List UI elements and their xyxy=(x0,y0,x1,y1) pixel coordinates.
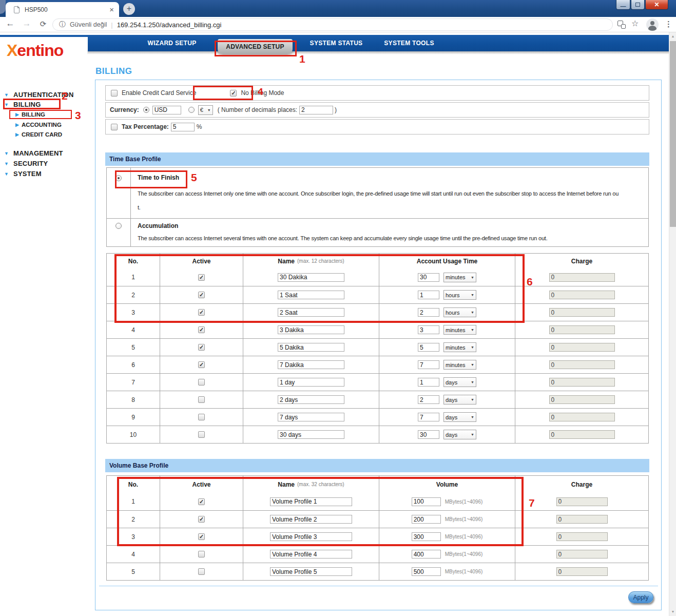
accumulation-radio[interactable] xyxy=(115,223,122,229)
nav-system-status[interactable]: SYSTEM STATUS xyxy=(310,40,363,47)
annotation-box-3 xyxy=(9,110,72,119)
charge-input[interactable] xyxy=(549,325,615,334)
new-tab-button[interactable]: + xyxy=(123,3,135,15)
site-info-icon[interactable]: ⓘ xyxy=(59,20,66,29)
annotation-box-2 xyxy=(3,99,61,109)
back-icon[interactable]: ← xyxy=(4,18,16,29)
window-close-button[interactable]: ✕ xyxy=(645,0,668,10)
enable-credit-card-label: Enable Credit Card Service xyxy=(122,89,196,97)
col-header-charge: Charge xyxy=(515,476,648,493)
active-checkbox[interactable] xyxy=(198,344,205,351)
page-scrollbar[interactable]: ▲ ▼ xyxy=(669,32,676,616)
usage-time-input[interactable] xyxy=(418,360,439,369)
profile-name-input[interactable] xyxy=(278,325,344,334)
tax-checkbox[interactable] xyxy=(111,124,118,130)
browser-tab[interactable]: HSP500 × xyxy=(6,2,119,17)
usage-unit-select[interactable]: days ▼ xyxy=(443,377,476,387)
apply-button[interactable]: Apply xyxy=(628,591,653,603)
usage-unit-select[interactable]: minutes ▼ xyxy=(443,342,476,352)
dropdown-arrow-icon: ▼ xyxy=(469,415,474,419)
active-checkbox[interactable] xyxy=(198,326,205,333)
scroll-up-icon[interactable]: ▲ xyxy=(669,32,676,41)
volume-input[interactable] xyxy=(412,567,441,576)
sidebar-item-security[interactable]: ▼ SECURITY xyxy=(4,160,48,167)
window-minimize-button[interactable]: — xyxy=(616,0,630,10)
url-separator: | xyxy=(111,21,112,29)
usage-time-input[interactable] xyxy=(418,395,439,404)
currency-usd-radio[interactable] xyxy=(143,107,149,113)
charge-input[interactable] xyxy=(556,532,608,541)
active-checkbox[interactable] xyxy=(198,396,205,403)
charge-input[interactable] xyxy=(556,497,608,506)
currency-euro-radio[interactable] xyxy=(188,107,195,113)
forward-icon[interactable]: → xyxy=(21,18,33,29)
sidebar-label: MANAGEMENT xyxy=(13,149,63,157)
annotation-number-3: 3 xyxy=(75,109,81,122)
profile-name-input[interactable] xyxy=(278,360,344,369)
usage-unit-select[interactable]: days ▼ xyxy=(443,412,476,422)
usage-time-input[interactable] xyxy=(418,378,439,387)
profile-name-input[interactable] xyxy=(278,413,344,421)
sidebar-item-system[interactable]: ▼ SYSTEM xyxy=(4,170,42,178)
browser-menu-icon[interactable]: ⋮ xyxy=(665,20,672,29)
window-maximize-button[interactable] xyxy=(631,0,645,10)
charge-input[interactable] xyxy=(549,395,615,404)
active-checkbox[interactable] xyxy=(198,379,205,386)
charge-input[interactable] xyxy=(556,515,608,524)
usage-unit-select[interactable]: minutes ▼ xyxy=(443,360,476,370)
profile-name-input[interactable] xyxy=(270,567,352,576)
profile-name-input[interactable] xyxy=(278,395,344,404)
enable-credit-card-checkbox[interactable] xyxy=(111,90,118,97)
dropdown-arrow-icon: ▼ xyxy=(469,433,474,436)
omnibox[interactable]: ⓘ Güvenli değil | 169.254.1.250/advanced… xyxy=(52,18,613,31)
profile-name-input[interactable] xyxy=(270,550,352,559)
profile-name-input[interactable] xyxy=(278,343,344,352)
usage-unit-select[interactable]: days ▼ xyxy=(443,395,476,405)
bookmark-star-icon[interactable]: ☆ xyxy=(631,18,639,28)
usage-time-input[interactable] xyxy=(418,325,439,334)
tree-expanded-icon: ▼ xyxy=(4,161,9,166)
annotation-number-2: 2 xyxy=(62,90,68,102)
charge-input[interactable] xyxy=(549,430,615,439)
reload-icon[interactable]: ⟳ xyxy=(37,20,49,29)
currency-usd-input[interactable] xyxy=(152,106,181,114)
tax-input[interactable] xyxy=(171,123,195,131)
sidebar-item-accounting[interactable]: ▶ ACCOUNTING xyxy=(15,122,62,128)
charge-input[interactable] xyxy=(549,291,615,299)
charge-input[interactable] xyxy=(549,413,615,421)
decimals-input[interactable] xyxy=(299,106,333,114)
active-checkbox[interactable] xyxy=(198,414,205,420)
nav-wizard-setup[interactable]: WIZARD SETUP xyxy=(148,40,197,47)
charge-input[interactable] xyxy=(549,308,615,317)
charge-input[interactable] xyxy=(549,273,615,282)
profile-name-input[interactable] xyxy=(278,378,344,387)
active-checkbox[interactable] xyxy=(198,431,205,438)
scroll-down-icon[interactable]: ▼ xyxy=(669,608,676,616)
charge-input[interactable] xyxy=(549,360,615,369)
currency-euro-select[interactable]: € ▼ xyxy=(198,105,213,115)
sidebar-item-credit-card[interactable]: ▶ CREDIT CARD xyxy=(15,131,62,138)
active-checkbox[interactable] xyxy=(198,551,205,557)
usage-time-input[interactable] xyxy=(418,413,439,421)
tree-expanded-icon: ▼ xyxy=(4,171,9,177)
usage-time-input[interactable] xyxy=(418,343,439,352)
sidebar-item-management[interactable]: ▼ MANAGEMENT xyxy=(4,149,63,157)
charge-input[interactable] xyxy=(549,343,615,352)
usage-unit-select[interactable]: minutes ▼ xyxy=(443,325,476,335)
charge-input[interactable] xyxy=(556,567,608,576)
charge-input[interactable] xyxy=(556,550,608,559)
usage-unit-select[interactable]: days ▼ xyxy=(443,430,476,439)
profile-avatar[interactable] xyxy=(646,18,659,31)
scrollbar-thumb[interactable] xyxy=(670,41,676,227)
volume-input[interactable] xyxy=(412,550,441,559)
nav-system-tools[interactable]: SYSTEM TOOLS xyxy=(384,40,434,47)
active-checkbox[interactable] xyxy=(198,361,205,368)
translate-icon[interactable] xyxy=(617,21,626,29)
usage-time-input[interactable] xyxy=(418,430,439,439)
active-checkbox[interactable] xyxy=(198,568,205,575)
charge-input[interactable] xyxy=(549,378,615,387)
brand-logo: Xentino xyxy=(7,41,63,60)
profile-name-input[interactable] xyxy=(278,430,344,439)
navbar-shadow xyxy=(0,51,669,54)
tab-close-icon[interactable]: × xyxy=(109,6,114,13)
